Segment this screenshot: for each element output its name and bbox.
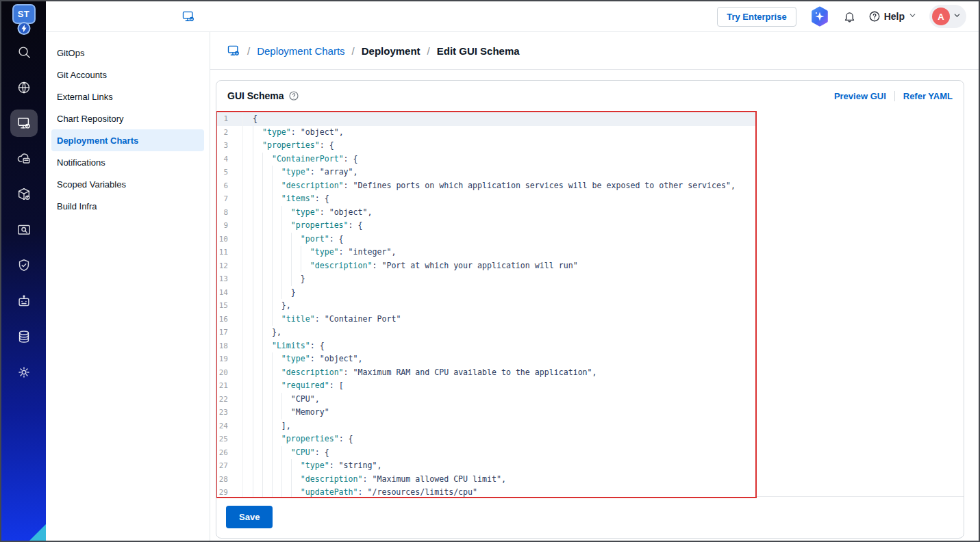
code-line[interactable]: 29"updatePath": "/resources/limits/cpu" [217,486,755,498]
line-number: 13 [217,272,243,286]
help-circle-icon[interactable] [288,90,299,101]
code-line[interactable]: 3"properties": { [217,139,755,153]
top-bar: Try Enterprise [46,1,979,32]
line-number: 21 [217,379,243,393]
search-icon[interactable] [10,38,38,66]
chart-store-icon[interactable] [10,109,38,137]
sidebar-item-external-links[interactable]: External Links [51,86,204,107]
code-line[interactable]: 23"Memory" [217,406,755,420]
code-line[interactable]: 18"Limits": { [217,339,755,353]
code-line[interactable]: 12"description": "Port at which your app… [217,259,755,273]
breadcrumb: /Deployment Charts/Deployment/Edit GUI S… [210,32,979,70]
notifications-bell-icon[interactable] [843,10,856,23]
breadcrumb-separator: / [352,45,355,57]
line-number: 7 [217,192,243,206]
cloud-accounts-icon[interactable] [10,145,38,172]
code-line[interactable]: 27"type": "string", [217,459,755,473]
user-menu[interactable]: A [929,5,966,28]
resource-browser-icon[interactable] [10,323,38,350]
line-number: 25 [217,433,243,446]
line-number: 27 [217,459,243,473]
sidebar-item-scoped-variables[interactable]: Scoped Variables [51,173,204,195]
breadcrumb-segment: Deployment [362,45,420,57]
breadcrumb-separator: / [427,45,430,57]
sparkle-hexagon-icon[interactable] [809,5,831,27]
gui-schema-code-editor[interactable]: 1{2"type": "object",3"properties": {4"Co… [216,111,757,498]
code-line[interactable]: 15}, [217,299,755,313]
save-button[interactable]: Save [226,506,273,528]
code-line[interactable]: 28"description": "Maximum allowed CPU li… [217,473,755,487]
line-number: 11 [217,246,243,259]
divider [894,91,895,101]
code-line[interactable]: 1{ [217,112,755,126]
code-line[interactable]: 4"ContainerPort": { [217,153,755,166]
line-number: 28 [217,473,243,487]
card-header: GUI Schema Preview GUI Refer YAML [216,81,964,111]
code-line[interactable]: 19"type": "object", [217,352,755,366]
code-line[interactable]: 5"type": "array", [217,166,755,179]
code-line[interactable]: 20"description": "Maximum RAM and CPU av… [217,366,755,380]
preview-gui-button[interactable]: Preview GUI [834,91,886,101]
code-line[interactable]: 8"type": "object", [217,206,755,220]
refer-yaml-button[interactable]: Refer YAML [903,91,953,101]
line-number: 29 [217,486,243,498]
chevron-down-icon [908,10,917,23]
line-number: 1 [217,112,243,126]
sidebar-item-chart-repository[interactable]: Chart Repository [51,107,204,129]
code-line[interactable]: 10"port": { [217,233,755,246]
code-line[interactable]: 26"CPU": { [217,446,755,460]
chart-store-icon [227,44,240,57]
lightning-icon [17,22,30,35]
code-line[interactable]: 21"required": [ [217,379,755,393]
code-line[interactable]: 14} [217,286,755,300]
code-line[interactable]: 24], [217,420,755,433]
line-number: 4 [217,153,243,166]
line-number: 18 [217,339,243,353]
code-line[interactable]: 9"properties": { [217,219,755,233]
packages-icon[interactable] [10,181,38,208]
global-config-icon[interactable] [10,74,38,101]
card-footer: Save [216,496,964,538]
try-enterprise-button[interactable]: Try Enterprise [717,7,796,27]
sidebar-item-deployment-charts[interactable]: Deployment Charts [51,129,204,151]
code-line[interactable]: 11"type": "integer", [217,246,755,259]
logo-text: ST [12,4,36,24]
app-logo[interactable]: ST [10,4,38,35]
settings-icon[interactable] [10,359,38,386]
code-line[interactable]: 17}, [217,326,755,339]
code-line[interactable]: 2"type": "object", [217,126,755,140]
sidebar-item-build-infra[interactable]: Build Infra [51,195,204,217]
code-line[interactable]: 25"properties": { [217,433,755,446]
line-number: 22 [217,393,243,406]
jobs-icon[interactable] [10,216,38,244]
avatar: A [932,8,950,25]
breadcrumb-separator: / [247,45,250,57]
settings-sidebar: GitOpsGit AccountsExternal LinksChart Re… [46,32,210,541]
line-number: 3 [217,139,243,153]
breadcrumb-segment: Edit GUI Schema [437,45,520,57]
breadcrumb-segment[interactable]: Deployment Charts [257,45,344,57]
security-icon[interactable] [10,252,38,279]
code-line[interactable]: 16"title": "Container Port" [217,313,755,326]
line-number: 10 [217,233,243,246]
build-infra-icon[interactable] [10,287,38,315]
sidebar-item-git-accounts[interactable]: Git Accounts [51,64,204,86]
line-number: 12 [217,259,243,273]
help-menu[interactable]: Help [868,10,917,23]
code-line[interactable]: 22"CPU", [217,393,755,406]
code-line[interactable]: 6"description": "Defines ports on which … [217,179,755,193]
code-line[interactable]: 13} [217,272,755,286]
line-number: 15 [217,299,243,313]
line-number: 8 [217,206,243,220]
sidebar-item-notifications[interactable]: Notifications [51,151,204,173]
code-line[interactable]: 7"items": { [217,192,755,206]
line-number: 24 [217,420,243,433]
chart-store-icon[interactable] [181,10,195,23]
line-number: 17 [217,326,243,339]
line-number: 19 [217,352,243,366]
line-number: 16 [217,313,243,326]
app-window: ST Try Enterprise [0,0,980,542]
primary-sidebar: ST [1,1,46,541]
sidebar-item-gitops[interactable]: GitOps [51,42,204,64]
line-number: 6 [217,179,243,193]
